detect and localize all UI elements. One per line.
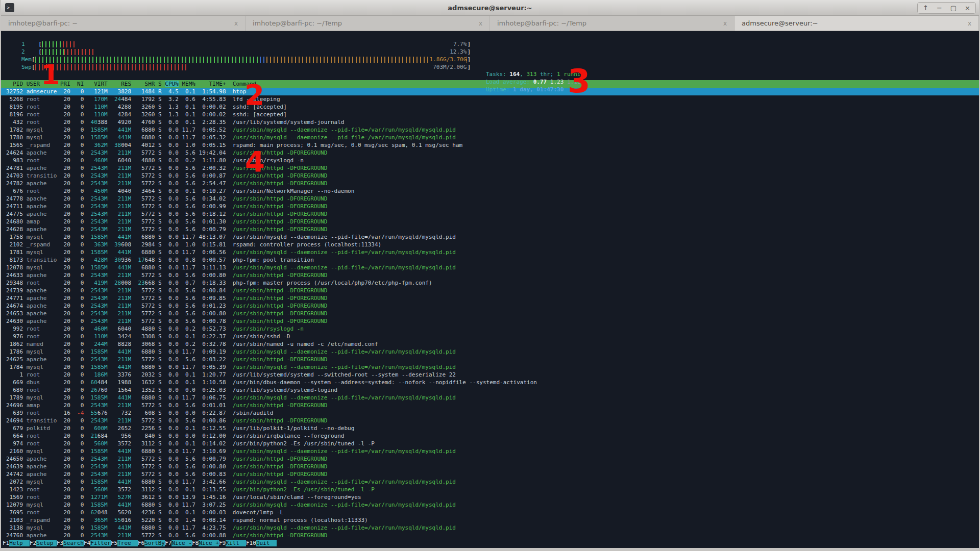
process-row[interactable]: 1565 _rspamd 20 0 362M 38004 4012 S 0.0 … <box>1 141 979 149</box>
tab-1[interactable]: imhotep@barfi-pc: ~x <box>1 16 246 31</box>
process-row[interactable]: 12078 mysql 20 0 1585M 441M 6880 S 0.0 1… <box>1 264 979 271</box>
process-row[interactable]: 24742 apache 20 0 2543M 211M 5772 S 0.0 … <box>1 470 979 478</box>
column-header-virt[interactable]: VIRT <box>87 81 108 87</box>
process-row[interactable]: 24650 apache 20 0 2543M 211M 5772 S 0.0 … <box>1 455 979 463</box>
column-header-pid[interactable]: PID <box>6 81 23 87</box>
column-header-ni[interactable]: NI <box>74 81 84 87</box>
process-row[interactable]: 664 root 20 0 21684 956 840 S 0.0 0.0 0:… <box>1 432 979 440</box>
process-row[interactable]: 24782 apache 20 0 2543M 211M 5772 S 0.0 … <box>1 180 979 187</box>
process-row[interactable]: 2072 mysql 20 0 1585M 441M 6880 S 0.0 11… <box>1 478 979 486</box>
process-row[interactable]: 974 root 20 0 560M 3572 3112 S 0.0 0.1 0… <box>1 440 979 447</box>
tab-close-icon[interactable]: x <box>230 20 238 27</box>
process-row[interactable]: 983 root 20 0 460M 6040 4880 S 0.0 0.2 1… <box>1 157 979 164</box>
tab-3[interactable]: imhotep@barfi-pc: ~/Tempx <box>490 16 734 31</box>
fkey-setup[interactable]: F2Setup <box>30 540 57 546</box>
process-row[interactable]: 2103 _rspamd 20 0 365M 55016 5220 S 0.0 … <box>1 516 979 524</box>
fkey-help[interactable]: F1Help <box>3 540 30 546</box>
process-row[interactable]: 24778 apache 20 0 2543M 211M 5772 S 0.0 … <box>1 195 979 203</box>
process-row[interactable]: 24694 transitio 20 0 2543M 211M 5772 S 0… <box>1 417 979 424</box>
fkey-nice[interactable]: F8Nice + <box>192 540 219 546</box>
process-row[interactable]: 669 dbus 20 0 60484 1988 1632 S 0.0 0.1 … <box>1 379 979 386</box>
cell-pri: 20 <box>60 104 70 110</box>
info-part: 1 <box>557 71 560 78</box>
cell-time: 0:05.15 <box>199 142 226 148</box>
terminal-app-icon: >_ <box>5 3 14 12</box>
mem-value: 441M <box>111 502 131 508</box>
process-row[interactable]: 24771 apache 20 0 2543M 211M 5772 S 0.0 … <box>1 294 979 302</box>
tab-close-icon[interactable]: x <box>719 20 727 27</box>
tab-close-icon[interactable]: x <box>964 20 971 27</box>
tab-close-icon[interactable]: x <box>475 20 482 27</box>
process-row[interactable]: 1781 mysql 20 0 1585M 441M 6880 S 0.0 11… <box>1 248 979 256</box>
process-row[interactable]: 639 root 16 -4 55676 732 608 S 0.0 0.0 0… <box>1 409 979 417</box>
process-row[interactable]: 24739 apache 20 0 2543M 211M 5772 S 0.0 … <box>1 287 979 294</box>
process-row[interactable]: 432 root 20 0 40388 4920 4760 S 0.0 0.1 … <box>1 118 979 126</box>
process-row[interactable]: 8195 root 20 0 110M 4288 3260 S 1.3 0.1 … <box>1 103 979 111</box>
process-row[interactable]: 992 root 20 0 460M 6040 4880 S 0.0 0.2 0… <box>1 325 979 333</box>
process-row[interactable]: 24775 apache 20 0 2543M 211M 5772 S 0.0 … <box>1 210 979 218</box>
process-row[interactable]: 12079 mysql 20 0 1585M 441M 6880 S 0.0 1… <box>1 501 979 509</box>
process-row[interactable]: 8196 root 20 0 110M 4284 3260 S 1.3 0.1 … <box>1 111 979 118</box>
fkey-quit[interactable]: F10Quit <box>246 540 277 546</box>
shade-icon[interactable]: ↑ <box>923 4 928 12</box>
process-row[interactable]: 1862 named 20 0 244M 8828 3068 S 0.0 0.2… <box>1 340 979 348</box>
process-row[interactable]: 976 root 20 0 110M 3424 3308 S 0.0 0.1 0… <box>1 333 979 340</box>
process-row[interactable]: 1758 mysql 20 0 1585M 441M 6880 S 0.0 11… <box>1 233 979 241</box>
process-row[interactable]: 24760 apache 20 0 2543M 211M 5772 S 0.0 … <box>1 532 979 539</box>
column-header-cpu[interactable]: CPU% <box>165 81 179 87</box>
tab-2[interactable]: imhotep@barfi-pc: ~/Tempx <box>246 16 490 31</box>
close-icon[interactable]: × <box>965 4 970 12</box>
process-row[interactable]: 24633 apache 20 0 2543M 211M 5772 S 0.0 … <box>1 271 979 279</box>
mem-value: 5772 <box>135 272 155 279</box>
cell-cpu: 0.0 <box>165 456 179 462</box>
column-header-res[interactable]: RES <box>111 81 131 87</box>
column-header-shr[interactable]: SHR <box>135 81 155 87</box>
process-row[interactable]: 24674 apache 20 0 2543M 211M 5772 S 0.0 … <box>1 302 979 310</box>
process-row[interactable]: 679 polkitd 20 0 600M 2652 2256 S 0.0 0.… <box>1 424 979 432</box>
maximize-icon[interactable]: ▢ <box>950 4 957 12</box>
process-row[interactable]: 24630 apache 20 0 2543M 211M 5772 S 0.0 … <box>1 317 979 325</box>
column-header-time[interactable]: TIME+ <box>199 81 226 87</box>
process-row[interactable]: 1 root 20 0 186M 3376 2032 S 0.0 0.1 1:2… <box>1 371 979 379</box>
process-row[interactable]: 24781 apache 20 0 2543M 211M 5772 S 0.0 … <box>1 164 979 172</box>
tab-4[interactable]: admsecure@serveur:~x <box>734 16 979 31</box>
process-row[interactable]: 8173 transitio 20 0 428M 30936 17648 S 0… <box>1 256 979 264</box>
fkey-tree[interactable]: F5Tree <box>111 540 138 546</box>
process-row[interactable]: 2160 mysql 20 0 1585M 441M 6880 S 0.0 11… <box>1 447 979 455</box>
process-row[interactable]: 24703 transitio 20 0 2543M 211M 5772 S 0… <box>1 172 979 180</box>
process-row[interactable]: 24628 apache 20 0 2543M 211M 5772 S 0.0 … <box>1 226 979 233</box>
process-row[interactable]: 2102 _rspamd 20 0 363M 39608 2984 S 0.0 … <box>1 241 979 248</box>
fkey-nice[interactable]: F7Nice - <box>165 540 192 546</box>
process-row[interactable]: 24680 amap 20 0 2543M 211M 5772 S 0.0 5.… <box>1 218 979 226</box>
column-header-s[interactable]: S <box>158 81 162 87</box>
process-row[interactable]: 1784 mysql 20 0 1585M 441M 6880 S 0.0 11… <box>1 363 979 371</box>
process-row[interactable]: 1569 root 20 0 1271M 527M 3612 S 0.0 13.… <box>1 493 979 501</box>
minimize-icon[interactable]: − <box>937 4 942 12</box>
title-bar[interactable]: >_ admsecure@serveur:~ ↑ − ▢ × <box>1 0 979 16</box>
process-row[interactable]: 1780 mysql 20 0 1585M 441M 6880 S 0.0 11… <box>1 134 979 141</box>
column-header-mem[interactable]: MEM% <box>182 81 195 87</box>
process-row[interactable]: 29348 root 20 0 419M 28008 23668 S 0.0 0… <box>1 279 979 287</box>
process-row[interactable]: 676 root 20 0 450M 4040 3464 S 0.0 0.1 0… <box>1 187 979 195</box>
process-row[interactable]: 24639 apache 20 0 2543M 211M 5772 S 0.0 … <box>1 463 979 470</box>
fkey-filter[interactable]: F4Filter <box>84 540 111 546</box>
process-row[interactable]: 3138 mysql 20 0 1585M 441M 6880 S 0.0 11… <box>1 524 979 532</box>
process-row[interactable]: 24624 apache 20 0 2543M 211M 5772 S 0.0 … <box>1 149 979 157</box>
process-row[interactable]: 5268 root 20 0 170M 24484 1792 S 3.2 0.6… <box>1 95 979 103</box>
fkey-search[interactable]: F3Search <box>57 540 84 546</box>
fkey-kill[interactable]: F9Kill <box>219 540 246 546</box>
fkey-sortby[interactable]: F6SortBy <box>138 540 165 546</box>
process-row[interactable]: 24653 apache 20 0 2543M 211M 5772 S 0.0 … <box>1 310 979 317</box>
process-row[interactable]: 1786 mysql 20 0 1585M 441M 6880 S 0.0 11… <box>1 348 979 356</box>
process-row[interactable]: 1782 mysql 20 0 1585M 441M 6880 S 0.0 11… <box>1 126 979 134</box>
process-row[interactable]: 1423 root 20 0 560M 3572 3112 S 0.0 0.1 … <box>1 486 979 493</box>
column-header-pri[interactable]: PRI <box>60 81 70 87</box>
process-row[interactable]: 1789 mysql 20 0 1585M 441M 6880 S 0.0 11… <box>1 394 979 402</box>
mem-value-prefix: 17 <box>135 257 145 263</box>
process-row[interactable]: 24696 amap 20 0 2543M 211M 5772 S 0.0 5.… <box>1 402 979 409</box>
process-row[interactable]: 7695 root 20 0 62048 5620 4236 S 0.0 0.1… <box>1 509 979 516</box>
process-row[interactable]: 24625 apache 20 0 2543M 211M 5772 S 0.0 … <box>1 356 979 363</box>
process-row[interactable]: 680 root 20 0 26760 1564 1352 S 0.0 0.0 … <box>1 386 979 394</box>
terminal-screen[interactable]: 1 [7.7%]2 [12.3%]Mem[1.86G/3.70G]Swp[703… <box>1 31 979 548</box>
process-row[interactable]: 24711 apache 20 0 2543M 211M 5772 S 0.0 … <box>1 203 979 210</box>
